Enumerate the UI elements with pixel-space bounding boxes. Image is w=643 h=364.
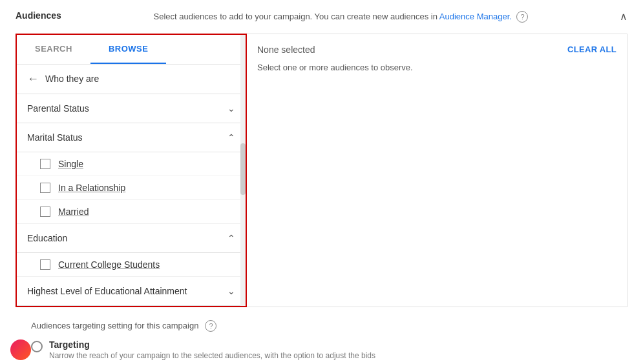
educational-attainment-section[interactable]: Highest Level of Educational Attainment … [17,277,246,306]
targeting-option[interactable]: Targeting Narrow the reach of your campa… [31,339,612,360]
collapse-icon[interactable]: ∧ [615,10,627,23]
current-college-students-option[interactable]: Current College Students [17,253,246,277]
current-college-students-checkbox[interactable] [40,259,50,270]
parental-status-chevron-icon: ⌄ [227,103,235,114]
single-label: Single [58,159,83,169]
education-label: Education [27,233,67,243]
tabs-bar: SEARCH BROWSE [17,35,246,65]
married-option[interactable]: Married [17,200,246,224]
back-label: Who they are [45,74,99,84]
targeting-setting-label: Audiences targeting setting for this cam… [31,320,612,332]
page-title: Audiences [16,10,67,21]
in-a-relationship-option[interactable]: In a Relationship [17,176,246,200]
parental-status-section[interactable]: Parental Status ⌄ [17,94,246,123]
marital-status-chevron-icon: ⌃ [227,132,235,143]
clear-all-button[interactable]: CLEAR ALL [567,45,617,54]
marital-status-label: Marital Status [27,132,83,143]
right-panel-header: None selected CLEAR ALL [257,45,617,55]
education-section[interactable]: Education ⌃ [17,224,246,253]
current-college-students-label: Current College Students [58,259,160,270]
targeting-help-icon[interactable]: ? [205,320,216,332]
education-chevron-icon: ⌃ [227,233,235,243]
parental-status-label: Parental Status [27,103,89,114]
in-a-relationship-label: In a Relationship [58,183,125,193]
avatar[interactable] [10,339,31,360]
married-checkbox[interactable] [40,207,50,217]
none-selected-text: None selected [257,45,315,55]
audience-manager-link[interactable]: Audience Manager. [439,12,512,21]
scrollbar-thumb[interactable] [240,143,246,195]
browse-panel: SEARCH BROWSE ← Who they are Parental St… [16,34,247,307]
educational-attainment-chevron-icon: ⌄ [227,286,235,296]
in-a-relationship-checkbox[interactable] [40,183,50,193]
tab-browse[interactable]: BROWSE [90,35,167,64]
single-checkbox[interactable] [40,159,50,169]
observe-text: Select one or more audiences to observe. [257,63,617,72]
targeting-option-text: Targeting Narrow the reach of your campa… [49,339,375,360]
bottom-section: Audiences targeting setting for this cam… [16,320,627,360]
scrollbar[interactable] [240,35,246,306]
tab-search[interactable]: SEARCH [17,35,90,64]
married-label: Married [58,207,89,217]
bottom-bar [0,334,41,365]
educational-attainment-label: Highest Level of Educational Attainment [27,286,187,296]
header-description: Select audiences to add to your campaign… [67,10,615,23]
single-option[interactable]: Single [17,152,246,176]
back-arrow-icon[interactable]: ← [27,72,39,86]
right-panel: None selected CLEAR ALL Select one or mo… [247,34,627,307]
marital-status-section[interactable]: Marital Status ⌃ [17,123,246,152]
back-row[interactable]: ← Who they are [17,65,246,94]
help-icon[interactable]: ? [516,11,528,23]
targeting-title: Targeting [49,339,375,350]
targeting-description: Narrow the reach of your campaign to the… [49,351,375,360]
